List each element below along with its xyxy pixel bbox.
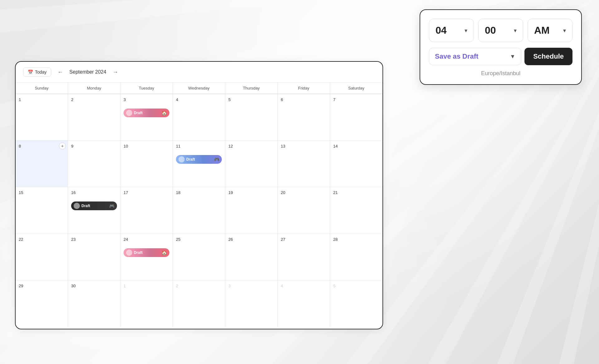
today-button[interactable]: 📅 Today — [23, 67, 51, 77]
week-row-3: 222324Draft🏠25262728 — [16, 234, 382, 280]
calendar-cell[interactable]: 2 — [68, 94, 120, 141]
day-header-monday: Monday — [68, 83, 120, 94]
calendar-cell[interactable]: 14 — [330, 141, 382, 187]
cell-date: 28 — [333, 237, 338, 242]
today-label: Today — [35, 70, 46, 75]
event-icon: 🏠 — [162, 250, 167, 255]
cell-date: 12 — [228, 144, 233, 148]
calendar-cell[interactable]: 30 — [68, 280, 120, 327]
week-row-4: 293012345 — [16, 280, 382, 327]
add-event-button[interactable]: + — [59, 143, 66, 149]
calendar-cell[interactable]: 1 — [120, 280, 173, 327]
minute-selector[interactable]: 00 ▾ — [478, 19, 523, 42]
calendar-cell[interactable]: 25 — [173, 234, 225, 280]
schedule-popup: 04 ▾ 00 ▾ AM ▾ Save as Draft ▼ Schedule … — [420, 9, 582, 85]
calendar-cell[interactable]: 20 — [278, 187, 330, 234]
event-badge[interactable]: Draft🏠 — [124, 109, 169, 117]
period-value: AM — [534, 25, 550, 36]
calendar-cell[interactable]: 26 — [225, 234, 278, 280]
cell-date: 5 — [333, 284, 335, 288]
day-header-wednesday: Wednesday — [173, 83, 225, 94]
cell-date: 24 — [124, 237, 128, 242]
calendar-cell[interactable]: 3 — [225, 280, 278, 327]
event-badge[interactable]: Draft🏠 — [124, 248, 169, 257]
next-month-button[interactable]: → — [110, 68, 121, 77]
event-label: Draft — [81, 204, 90, 208]
event-badge[interactable]: Draft🎮 — [176, 155, 222, 164]
hour-selector[interactable]: 04 ▾ — [429, 19, 474, 42]
calendar-cell[interactable]: 17 — [120, 187, 173, 234]
event-badge[interactable]: Draft🎮 — [71, 201, 117, 210]
cell-date: 14 — [333, 144, 338, 148]
calendar-cell[interactable]: 1 — [16, 94, 68, 141]
cell-date: 30 — [71, 284, 75, 288]
minute-arrow: ▾ — [514, 27, 517, 34]
cell-date: 6 — [281, 97, 283, 102]
calendar-container: 📅 Today ← September 2024 → Sunday Monday… — [15, 61, 383, 329]
calendar-cell[interactable]: 19 — [225, 187, 278, 234]
cell-date: 15 — [19, 190, 23, 195]
calendar-cell[interactable]: 22 — [16, 234, 68, 280]
calendar-cell[interactable]: 5 — [330, 280, 382, 327]
calendar-cell[interactable]: 5 — [225, 94, 278, 141]
calendar-cell[interactable]: 21 — [330, 187, 382, 234]
calendar-cell[interactable]: 7 — [330, 94, 382, 141]
save-draft-button[interactable]: Save as Draft ▼ — [429, 48, 521, 65]
cell-date: 25 — [176, 237, 180, 242]
period-selector[interactable]: AM ▾ — [528, 19, 572, 42]
calendar-cell[interactable]: 6 — [278, 94, 330, 141]
event-label: Draft — [134, 250, 143, 255]
cell-date: 16 — [71, 190, 75, 195]
event-label: Draft — [134, 111, 143, 115]
calendar-cell[interactable]: 4 — [173, 94, 225, 141]
calendar-cell[interactable]: 27 — [278, 234, 330, 280]
week-row-2: 1516Draft🎮1718192021 — [16, 187, 382, 234]
calendar-cell[interactable]: 18 — [173, 187, 225, 234]
calendar-header: 📅 Today ← September 2024 → — [16, 62, 382, 83]
calendar-cell[interactable]: 15 — [16, 187, 68, 234]
cell-date: 20 — [281, 190, 285, 195]
minute-value: 00 — [485, 25, 496, 36]
calendar-cell[interactable]: 3Draft🏠 — [120, 94, 173, 141]
calendar-cell[interactable]: 11Draft🎮 — [173, 141, 225, 187]
calendar-cell[interactable]: 4 — [278, 280, 330, 327]
cell-date: 3 — [124, 97, 126, 102]
calendar-cell[interactable]: 2 — [173, 280, 225, 327]
cell-date: 23 — [71, 237, 75, 242]
cell-date: 18 — [176, 190, 180, 195]
event-avatar — [74, 203, 80, 209]
calendar-cell[interactable]: 16Draft🎮 — [68, 187, 120, 234]
calendar-cell[interactable]: 28 — [330, 234, 382, 280]
cell-date: 8 — [19, 144, 21, 148]
calendar-cell[interactable]: 23 — [68, 234, 120, 280]
cell-date: 3 — [228, 284, 231, 288]
cell-date: 11 — [176, 144, 180, 148]
prev-month-button[interactable]: ← — [55, 68, 66, 77]
cell-date: 26 — [228, 237, 233, 242]
hour-arrow: ▾ — [465, 27, 467, 34]
cell-date: 13 — [281, 144, 285, 148]
cell-date: 27 — [281, 237, 285, 242]
event-icon: 🏠 — [162, 110, 167, 115]
calendar-cell[interactable]: 8+ — [16, 141, 68, 187]
calendar-cell[interactable]: 9 — [68, 141, 120, 187]
calendar-cell[interactable]: 13 — [278, 141, 330, 187]
calendar-cell[interactable]: 10 — [120, 141, 173, 187]
event-avatar — [126, 110, 132, 116]
schedule-button[interactable]: Schedule — [524, 48, 572, 65]
event-icon: 🎮 — [109, 203, 114, 208]
week-row-0: 123Draft🏠4567 — [16, 94, 382, 141]
event-avatar — [126, 250, 132, 256]
save-draft-label: Save as Draft — [435, 52, 478, 61]
time-picker-row: 04 ▾ 00 ▾ AM ▾ — [429, 19, 572, 42]
event-icon: 🎮 — [214, 157, 219, 162]
cell-date: 2 — [176, 284, 178, 288]
cell-date: 2 — [71, 97, 73, 102]
cell-date: 9 — [71, 144, 73, 148]
day-header-thursday: Thursday — [225, 83, 278, 94]
calendar-cell[interactable]: 29 — [16, 280, 68, 327]
calendar-cell[interactable]: 24Draft🏠 — [120, 234, 173, 280]
calendar-cell[interactable]: 12 — [225, 141, 278, 187]
calendar-icon: 📅 — [28, 70, 33, 75]
cell-date: 5 — [228, 97, 231, 102]
